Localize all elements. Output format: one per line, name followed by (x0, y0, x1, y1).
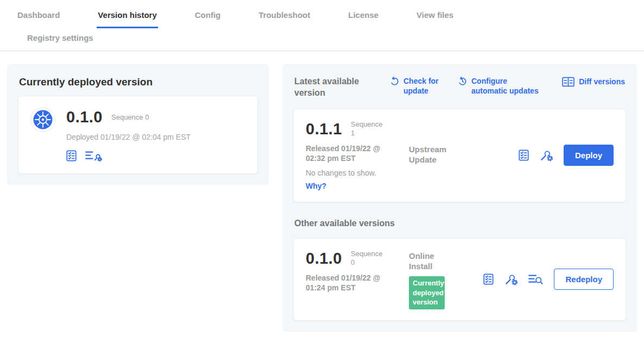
latest-version-card: 0.1.1 Sequence 1 Released 01/19/22 @ 02:… (293, 109, 626, 202)
deploy-button[interactable]: Deploy (564, 145, 614, 166)
other-source-label: Online Install (409, 251, 458, 272)
why-link[interactable]: Why? (306, 182, 326, 190)
latest-sequence-label: Sequence 1 (351, 120, 382, 138)
release-notes-icon[interactable] (519, 150, 529, 161)
currently-deployed-title: Currently deployed version (19, 76, 258, 88)
nav-row-primary: Dashboard Version history Config Trouble… (16, 0, 644, 28)
main-content: Currently deployed version (0, 51, 644, 345)
config-wrench-icon[interactable] (504, 273, 517, 285)
latest-version-source: Upstream Update (409, 144, 463, 191)
other-version-source: Online Install Currently deployed versio… (409, 251, 463, 309)
latest-version-number: 0.1.1 (306, 120, 342, 138)
diff-versions-link[interactable]: Diff versions (562, 76, 625, 87)
check-for-update-link[interactable]: Check for update (390, 76, 444, 96)
tab-version-history[interactable]: Version history (97, 0, 157, 28)
tab-troubleshoot[interactable]: Troubleshoot (257, 0, 311, 28)
latest-source-label: Upstream Update (409, 144, 458, 165)
current-deployed-timestamp: Deployed 01/19/22 @ 02:04 pm EST (66, 133, 191, 141)
configure-automatic-updates-link[interactable]: Configure automatic updates (458, 76, 544, 96)
tab-license[interactable]: License (347, 0, 380, 28)
release-notes-icon[interactable] (66, 150, 77, 161)
current-sequence-label: Sequence 0 (111, 113, 149, 121)
edit-config-icon[interactable] (85, 150, 102, 161)
current-version-card: 0.1.0 Sequence 0 Deployed 01/19/22 @ 02:… (18, 96, 258, 174)
configure-automatic-updates-label: Configure automatic updates (471, 76, 544, 96)
top-navigation: Dashboard Version history Config Trouble… (0, 0, 644, 51)
tab-dashboard[interactable]: Dashboard (16, 0, 61, 28)
check-for-update-label: Check for update (403, 76, 444, 96)
tab-view-files[interactable]: View files (415, 0, 454, 28)
release-notes-icon[interactable] (483, 274, 494, 285)
nav-row-secondary: Registry settings (16, 28, 644, 51)
latest-version-actions: Deploy (519, 145, 614, 166)
redeploy-button[interactable]: Redeploy (554, 269, 614, 290)
kubernetes-logo-icon (30, 107, 55, 161)
other-version-actions: Redeploy (483, 269, 614, 290)
other-version-card: 0.1.0 Sequence 0 Released 01/19/22 @ 01:… (293, 238, 626, 321)
schedule-refresh-icon (458, 77, 467, 86)
config-wrench-icon[interactable] (540, 149, 553, 161)
other-sequence-label: Sequence 0 (351, 250, 382, 268)
latest-version-header: Latest available version Check for updat… (293, 75, 626, 99)
diff-versions-icon (562, 77, 574, 87)
view-logs-icon[interactable] (528, 274, 543, 285)
other-versions-title: Other available versions (294, 219, 626, 228)
current-version-number: 0.1.0 (66, 108, 103, 126)
no-changes-text: No changes to show. (306, 169, 409, 177)
other-released-timestamp: Released 01/19/22 @ 01:24 pm EST (306, 273, 397, 293)
current-version-info: 0.1.0 Sequence 0 Deployed 01/19/22 @ 02:… (66, 107, 191, 161)
latest-version-info: 0.1.1 Sequence 1 Released 01/19/22 @ 02:… (306, 120, 409, 191)
currently-deployed-badge: Currently deployed version (409, 276, 445, 309)
available-versions-panel: Latest available version Check for updat… (282, 64, 637, 332)
tab-registry-settings[interactable]: Registry settings (26, 28, 94, 51)
other-version-info: 0.1.0 Sequence 0 Released 01/19/22 @ 01:… (306, 250, 409, 309)
diff-versions-label: Diff versions (579, 77, 625, 86)
other-version-number: 0.1.0 (306, 250, 342, 268)
latest-released-timestamp: Released 01/19/22 @ 02:32 pm EST (306, 144, 397, 163)
tab-config[interactable]: Config (194, 0, 222, 28)
latest-version-title: Latest available version (294, 76, 376, 99)
currently-deployed-panel: Currently deployed version (7, 64, 269, 185)
refresh-arrow-icon (390, 77, 399, 86)
